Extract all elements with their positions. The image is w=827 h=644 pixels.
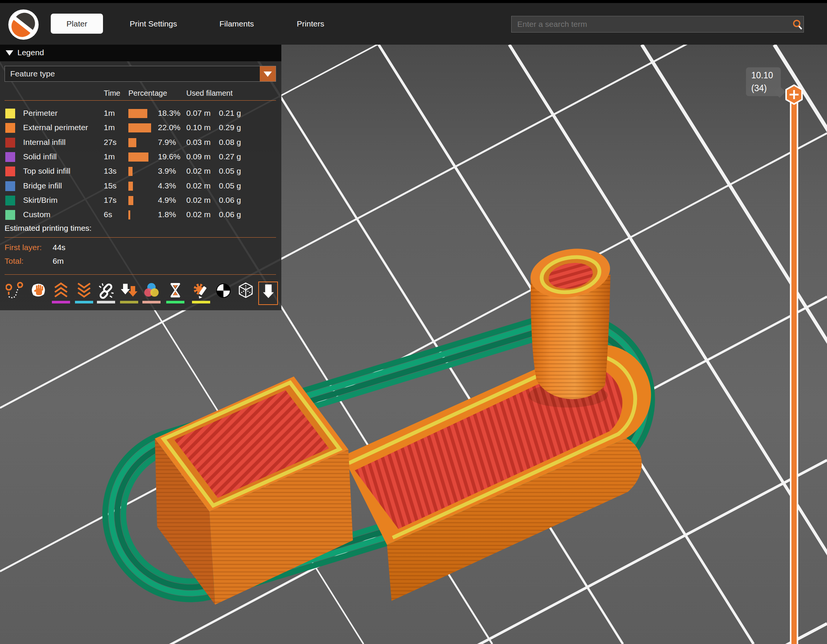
feature-row-solid-infill[interactable]: Solid infill1m19.6%0.09 m0.27 g (0, 150, 281, 165)
tab-printers[interactable]: Printers (282, 14, 339, 34)
first-layer-label: First layer: (5, 243, 42, 252)
feature-label: External perimeter (23, 123, 88, 132)
feature-filament-length: 0.02 m (186, 210, 211, 219)
window-top-strip (0, 0, 827, 3)
feature-filament-length: 0.02 m (186, 166, 211, 176)
feature-percent-bar (128, 123, 151, 132)
feature-filament-weight: 0.06 g (219, 196, 241, 205)
divider (5, 237, 276, 238)
feature-filament-weight: 0.05 g (219, 181, 241, 190)
retractions-icon[interactable] (51, 282, 71, 305)
dropdown-arrow-icon[interactable] (260, 66, 276, 81)
feature-color-swatch (5, 166, 15, 176)
legend-panel: Legend Feature type Time Percentage Used… (0, 45, 281, 310)
feature-percent-bar (128, 109, 147, 118)
feature-percent: 4.9% (158, 196, 176, 205)
travels-icon[interactable] (5, 282, 25, 305)
tool-changes-icon[interactable] (119, 282, 139, 305)
feature-percent-bar (128, 167, 133, 176)
feature-filament-length: 0.07 m (186, 109, 211, 118)
tool-marker-icon[interactable] (258, 282, 278, 305)
feature-row-skirt-brim[interactable]: Skirt/Brim17s4.9%0.02 m0.06 g (0, 194, 281, 208)
feature-percent-bar (128, 152, 148, 162)
feature-filament-weight: 0.29 g (219, 123, 241, 132)
feature-color-swatch (5, 196, 15, 205)
feature-filament-length: 0.02 m (186, 181, 211, 190)
divider (5, 100, 276, 101)
column-header-used-filament: Used filament (186, 89, 232, 98)
app-window: Plater Print Settings Filaments Printers… (0, 0, 827, 644)
feature-time: 1m (104, 152, 115, 161)
feature-filament-weight: 0.21 g (219, 109, 241, 118)
search-box (511, 16, 804, 33)
feature-label: Top solid infill (23, 166, 70, 176)
feature-filament-length: 0.09 m (186, 152, 211, 161)
feature-row-external-perimeter[interactable]: External perimeter1m22.0%0.10 m0.29 g (0, 121, 281, 135)
feature-percent: 4.3% (158, 181, 176, 190)
center-of-gravity-icon[interactable] (214, 282, 233, 305)
slider-tooltip-layer: (34) (751, 82, 781, 95)
feature-color-swatch (5, 152, 15, 162)
pause-prints-icon[interactable] (165, 282, 185, 305)
feature-time: 1m (104, 123, 115, 132)
total-time-label: Total: (5, 257, 23, 266)
feature-row-perimeter[interactable]: Perimeter1m18.3%0.07 m0.21 g (0, 107, 281, 121)
feature-label: Bridge infill (23, 181, 62, 190)
feature-filament-length: 0.10 m (186, 123, 211, 132)
slider-tooltip: 10.10 (34) (746, 67, 781, 96)
feature-percent: 18.3% (158, 109, 181, 118)
feature-percent-bar (128, 196, 133, 205)
legend-title: Legend (17, 48, 44, 57)
feature-time: 15s (104, 181, 117, 190)
feature-label: Perimeter (23, 109, 58, 118)
tab-print-settings[interactable]: Print Settings (114, 14, 193, 34)
feature-color-swatch (5, 138, 15, 148)
shells-icon[interactable] (236, 282, 256, 305)
feature-filament-weight: 0.08 g (219, 138, 241, 147)
feature-filament-weight: 0.27 g (219, 152, 241, 161)
legend-header[interactable]: Legend (0, 45, 281, 61)
custom-gcodes-icon[interactable] (191, 282, 211, 305)
feature-percent-bar (128, 182, 133, 191)
view-type-dropdown[interactable]: Feature type (5, 66, 276, 82)
feature-row-top-solid-infill[interactable]: Top solid infill13s3.9%0.02 m0.05 g (0, 165, 281, 179)
deretractions-icon[interactable] (74, 282, 94, 305)
layer-slider-handle[interactable] (785, 84, 804, 106)
feature-color-swatch (5, 109, 15, 118)
total-time-value: 6m (53, 257, 64, 266)
feature-color-swatch (5, 123, 15, 133)
feature-time: 1m (104, 109, 115, 118)
tab-plater[interactable]: Plater (51, 14, 103, 34)
wipe-icon[interactable] (29, 282, 48, 305)
main-toolbar: Plater Print Settings Filaments Printers (0, 3, 827, 45)
feature-filament-weight: 0.06 g (219, 210, 241, 219)
search-icon[interactable] (792, 19, 803, 30)
feature-percent: 22.0% (158, 123, 181, 132)
column-header-percentage: Percentage (128, 89, 167, 98)
feature-row-internal-infill[interactable]: Internal infill27s7.9%0.03 m0.08 g (0, 136, 281, 150)
feature-color-swatch (5, 181, 15, 191)
feature-percent-bar (128, 138, 136, 147)
feature-color-swatch (5, 210, 15, 220)
feature-row-bridge-infill[interactable]: Bridge infill15s4.3%0.02 m0.05 g (0, 179, 281, 194)
feature-time: 17s (104, 196, 117, 205)
feature-filament-length: 0.02 m (186, 196, 211, 205)
feature-time: 6s (104, 210, 112, 219)
column-header-time: Time (104, 89, 120, 98)
legend-toggle-toolbar (0, 280, 281, 306)
color-changes-icon[interactable] (142, 282, 161, 305)
feature-label: Solid infill (23, 152, 57, 161)
feature-percent-bar (128, 210, 130, 219)
printed-part-cylinder (527, 243, 614, 408)
feature-percent: 1.8% (158, 210, 176, 219)
feature-percent: 3.9% (158, 166, 176, 176)
feature-filament-length: 0.03 m (186, 138, 211, 147)
feature-label: Skirt/Brim (23, 196, 58, 205)
feature-time: 13s (104, 166, 117, 176)
feature-percent: 19.6% (158, 152, 181, 161)
search-input[interactable] (511, 16, 804, 33)
feature-row-custom[interactable]: Custom6s1.8%0.02 m0.06 g (0, 208, 281, 222)
tab-filaments[interactable]: Filaments (206, 14, 267, 34)
divider (5, 274, 276, 275)
seams-icon[interactable] (96, 282, 116, 305)
